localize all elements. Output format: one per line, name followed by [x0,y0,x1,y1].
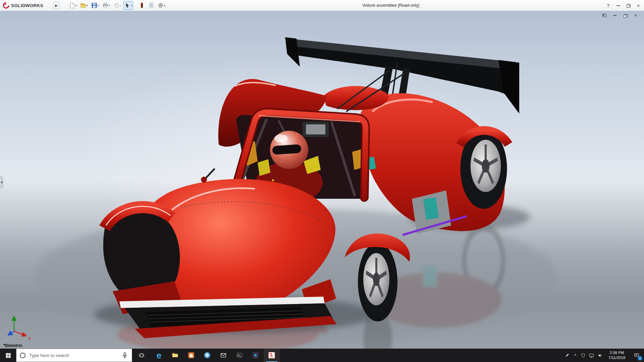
help-button[interactable]: ? [603,0,613,11]
windows-logo-icon [5,353,11,358]
save-button[interactable]: ▾ [90,1,100,10]
panel-collapse-tab[interactable] [0,177,3,188]
restore-button[interactable] [623,0,633,11]
clock-time: 2:58 PM [610,350,624,355]
taskbar-app-dark[interactable] [248,349,264,362]
restore-icon [624,14,627,17]
document-window-controls: × [601,12,639,18]
taskbar-app-browser[interactable] [199,349,215,362]
taskbar-search[interactable] [16,349,132,362]
task-view-icon [138,352,145,359]
store-icon [187,352,195,359]
gear-icon [158,2,164,8]
open-folder-icon [80,2,86,8]
app-cube-icon [252,352,259,359]
doc-minimize-button[interactable] [611,12,619,18]
x-axis-label: X [28,336,31,341]
doc-restore-button[interactable] [622,12,629,18]
dropdown-caret-icon[interactable]: ▾ [98,4,99,7]
taskbar-app-edge[interactable]: e [151,349,167,362]
dropdown-caret-icon[interactable]: ▾ [87,4,88,7]
dropdown-caret-icon[interactable]: ▾ [120,4,121,7]
rebuild-button[interactable] [138,1,146,10]
file-properties-button[interactable] [147,1,155,10]
rearview-mirror-box [303,122,329,137]
minimize-icon [616,5,620,6]
rebuild-stoplight-icon [139,2,145,8]
options-button[interactable]: ▾ [157,1,166,10]
tray-network-button[interactable] [587,349,596,362]
restore-icon [627,4,630,7]
solidworks-logo: SOLIDWORKS [3,2,43,9]
pen-icon [565,353,570,358]
edge-icon: e [157,351,161,360]
close-button[interactable]: × [633,0,643,11]
collapse-arrow-icon [1,181,2,184]
dropdown-caret-icon[interactable]: ▾ [75,4,77,7]
clock-date: 7/11/2018 [608,355,625,360]
mail-icon [220,352,227,359]
window-pane-icon [602,14,606,17]
clock[interactable]: 2:58 PM 7/11/2018 [604,349,629,362]
taskbar-app-file-explorer[interactable] [167,349,183,362]
solidworks-window: SOLIDWORKS ▶ ▾ ▾ ▾ [0,0,644,362]
hidden-icons-button[interactable]: ^ [572,349,579,362]
file-explorer-icon [171,352,179,359]
solidworks-app-icon: 2017 [268,351,276,359]
secondary-toolbar: ▾ [138,1,166,10]
system-tray: ^ [563,349,644,362]
file-properties-icon [148,2,154,8]
side-mirror [201,169,215,183]
print-button[interactable]: ▾ [101,1,111,10]
minimize-icon [613,15,616,16]
dropdown-caret-icon[interactable]: ▾ [109,4,110,7]
taskbar-app-terminal[interactable] [231,349,248,362]
tray-volume-button[interactable] [596,349,604,362]
new-document-button[interactable]: ▾ [68,1,78,10]
search-input[interactable] [29,353,118,358]
network-icon [589,353,594,358]
start-button[interactable] [0,349,16,362]
cortana-icon [20,353,25,358]
menu-flyout-button[interactable]: ▶ [53,2,59,9]
task-view-button[interactable] [132,349,151,362]
browser-globe-icon [204,352,211,359]
3d-viewport-canvas[interactable] [0,11,644,349]
undo-button[interactable]: ▾ [112,1,122,10]
taskbar-app-mail[interactable] [215,349,231,362]
ds-logo-icon [3,2,9,9]
taskbar-app-solidworks[interactable]: 2017 [264,349,280,362]
tray-pen-button[interactable] [563,349,572,362]
title-bar: SOLIDWORKS ▶ ▾ ▾ ▾ [0,0,644,11]
microphone-icon[interactable] [121,352,128,359]
brand-name: SOLIDWORKS [11,3,43,8]
select-tool-button[interactable]: ▾ [123,1,133,10]
window-title: Voiture assemblee [Read-only] [362,3,419,8]
svg-text:2017: 2017 [270,357,274,359]
tray-security-button[interactable] [579,349,587,362]
select-cursor-icon [124,2,130,8]
notification-badge: 2 [638,356,642,361]
minimize-button[interactable] [613,0,623,11]
undo-icon [113,2,119,8]
speaker-icon [597,353,603,358]
new-window-button[interactable] [601,12,608,18]
graphics-area: X *Dimetric × [0,11,644,349]
terminal-icon [236,352,243,359]
save-floppy-icon [91,2,97,8]
coordinate-triad: X [5,312,34,341]
dropdown-caret-icon[interactable]: ▾ [164,4,165,7]
windows-taskbar: e [0,349,644,362]
open-button[interactable]: ▾ [79,1,89,10]
doc-close-button[interactable]: × [632,12,639,18]
x-axis-arrow [14,331,26,336]
view-orientation-label: *Dimetric [3,343,22,348]
window-controls: ? × [603,0,643,11]
taskbar-app-store[interactable] [183,349,199,362]
dropdown-caret-icon[interactable]: ▾ [131,4,132,7]
action-center-button[interactable]: 2 [629,349,644,362]
new-document-icon [69,2,75,8]
chevron-up-icon: ^ [574,353,576,358]
z-axis-arrow [8,331,14,335]
quick-access-toolbar: ▾ ▾ ▾ ▾ [68,1,133,10]
